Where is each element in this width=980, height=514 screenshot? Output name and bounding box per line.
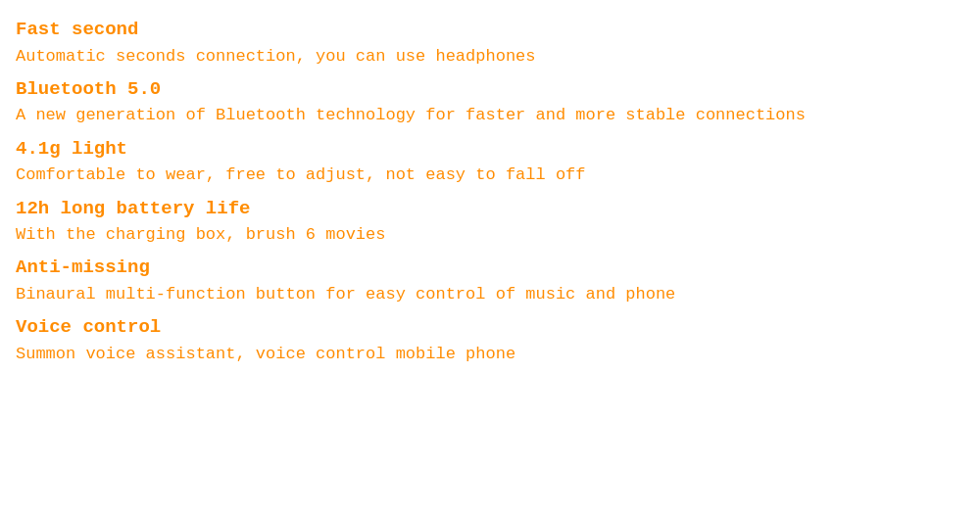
feature-description-4: Binaural multi-function button for easy … (16, 282, 964, 307)
feature-heading-5: Voice control (16, 313, 964, 342)
feature-heading-1: Bluetooth 5.0 (16, 75, 964, 104)
feature-description-3: With the charging box, brush 6 movies (16, 222, 964, 248)
feature-heading-2: 4.1g light (16, 135, 964, 164)
feature-heading-4: Anti-missing (16, 254, 964, 282)
feature-heading-0: Fast second (16, 16, 964, 44)
feature-description-1: A new generation of Bluetooth technology… (16, 103, 964, 128)
feature-description-2: Comfortable to wear, free to adjust, not… (16, 163, 964, 188)
feature-description-0: Automatic seconds connection, you can us… (16, 44, 964, 70)
feature-heading-3: 12h long battery life (16, 195, 964, 223)
features-container: Fast secondAutomatic seconds connection,… (16, 16, 964, 367)
feature-description-5: Summon voice assistant, voice control mo… (16, 342, 964, 367)
